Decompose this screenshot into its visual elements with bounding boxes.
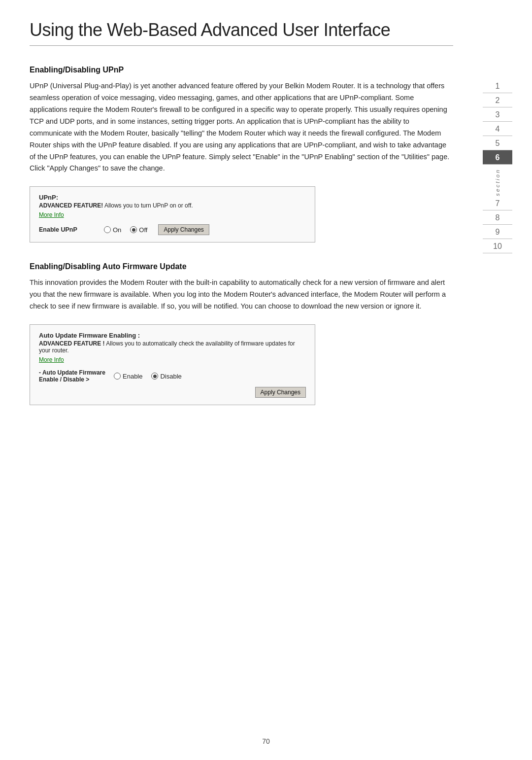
upnp-heading: Enabling/Disabling UPnP [30,66,453,74]
sidebar-num-5[interactable]: 5 [483,136,512,150]
upnp-row-label: Enable UPnP [39,226,98,233]
sidebar-item-7[interactable]: 7 [483,196,512,210]
sidebar-num-1[interactable]: 1 [483,79,512,93]
sidebar-item-8[interactable]: 8 [483,210,512,225]
sidebar-num-8[interactable]: 8 [483,210,512,225]
upnp-radio-group: On Off [104,226,147,234]
firmware-disable-option[interactable]: Disable [151,373,181,380]
sidebar-num-3[interactable]: 3 [483,107,512,122]
sidebar-section-label: section [495,169,500,196]
upnp-feature-text: ADVANCED FEATURE! Allows you to turn UPn… [39,202,306,209]
upnp-off-radio[interactable] [130,226,137,233]
firmware-heading: Enabling/Disabling Auto Firmware Update [30,262,453,271]
firmware-panel: Auto Update Firmware Enabling : ADVANCED… [30,324,315,405]
firmware-radio-group: Enable Disable [114,373,182,380]
upnp-apply-button[interactable]: Apply Changes [158,224,209,235]
sidebar-num-9[interactable]: 9 [483,225,512,239]
sidebar-num-2[interactable]: 2 [483,93,512,107]
upnp-on-radio[interactable] [104,226,111,233]
sidebar-num-4[interactable]: 4 [483,122,512,136]
sidebar-item-6[interactable]: 6 section [483,150,512,196]
sidebar-item-9[interactable]: 9 [483,225,512,239]
firmware-panel-title: Auto Update Firmware Enabling : [39,332,306,339]
firmware-enable-label: Enable [123,373,142,380]
firmware-apply-button[interactable]: Apply Changes [255,387,306,398]
sidebar-num-7[interactable]: 7 [483,196,512,210]
firmware-enable-option[interactable]: Enable [114,373,142,380]
sidebar-item-1[interactable]: 1 [483,79,512,93]
firmware-row-label: - Auto Update Firmware Enable / Disable … [39,369,108,383]
firmware-controls-row: - Auto Update Firmware Enable / Disable … [39,369,306,383]
sidebar-num-10[interactable]: 10 [483,239,512,253]
upnp-feature-label: ADVANCED FEATURE! [39,202,103,209]
firmware-disable-radio[interactable] [151,373,158,380]
sidebar-item-3[interactable]: 3 [483,107,512,122]
upnp-controls-row: Enable UPnP On Off Apply Changes [39,224,306,235]
page-title: Using the Web-Based Advanced User Interf… [30,20,453,40]
section-sidebar: 1 2 3 4 5 6 section 7 8 9 10 [483,0,512,760]
upnp-body-text: UPnP (Universal Plug-and-Play) is yet an… [30,80,453,174]
firmware-enable-radio[interactable] [114,373,121,380]
upnp-off-option[interactable]: Off [130,226,147,234]
title-divider [30,45,453,46]
upnp-off-label: Off [139,226,147,234]
page-number: 70 [262,737,270,745]
sidebar-item-2[interactable]: 2 [483,93,512,107]
upnp-panel: UPnP: ADVANCED FEATURE! Allows you to tu… [30,186,315,242]
firmware-feature-label: ADVANCED FEATURE ! [39,340,105,347]
upnp-panel-title: UPnP: [39,194,306,201]
sidebar-num-6[interactable]: 6 [483,150,512,165]
upnp-more-info-link[interactable]: More Info [39,211,64,218]
firmware-disable-label: Disable [160,373,181,380]
firmware-body-text: This innovation provides the Modem Route… [30,277,453,312]
upnp-on-option[interactable]: On [104,226,121,234]
upnp-on-label: On [113,226,121,234]
sidebar-item-10[interactable]: 10 [483,239,512,253]
firmware-feature-text: ADVANCED FEATURE ! Allows you to automat… [39,340,306,354]
sidebar-item-5[interactable]: 5 [483,136,512,150]
firmware-more-info-link[interactable]: More Info [39,356,64,363]
sidebar-item-4[interactable]: 4 [483,122,512,136]
